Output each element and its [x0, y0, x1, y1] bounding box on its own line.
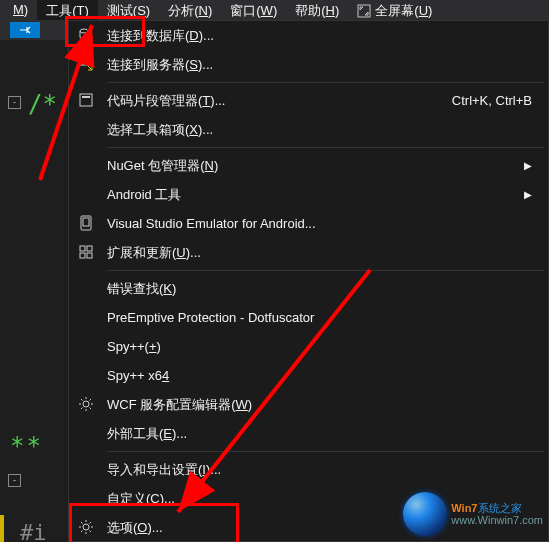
svg-point-13	[83, 524, 89, 530]
snippet-icon	[77, 91, 95, 109]
menu-dotfuscator[interactable]: PreEmptive Protection - Dotfuscator	[69, 303, 548, 332]
editor-gutter: - /* ** - #i	[0, 40, 68, 542]
toolbar	[0, 20, 68, 40]
svg-point-1	[80, 29, 88, 33]
menu-spypp[interactable]: Spy++(+)	[69, 332, 548, 361]
menu-separator	[107, 147, 544, 148]
fold-toggle[interactable]: -	[8, 474, 21, 487]
windows-orb-icon	[403, 492, 447, 536]
menu-spypp-x64[interactable]: Spy++ x64	[69, 361, 548, 390]
svg-rect-8	[80, 246, 85, 251]
svg-rect-0	[358, 5, 370, 17]
menu-external-tools[interactable]: 外部工具(E)...	[69, 419, 548, 448]
watermark: Win7系统之家 www.Winwin7.com	[403, 492, 543, 536]
menu-team[interactable]: M)	[4, 0, 37, 21]
svg-rect-7	[83, 218, 89, 226]
tools-dropdown: 连接到数据库(D)... 连接到服务器(S)... 代码片段管理器(T)... …	[68, 20, 549, 542]
server-connect-icon	[77, 55, 95, 73]
menu-separator	[107, 82, 544, 83]
shortcut-label: Ctrl+K, Ctrl+B	[452, 93, 532, 108]
gear-icon	[77, 518, 95, 536]
submenu-arrow-icon: ▶	[524, 189, 532, 200]
svg-rect-3	[80, 62, 88, 65]
db-connect-icon	[77, 26, 95, 44]
menubar: M) 工具(T) 测试(S) 分析(N) 窗口(W) 帮助(H) 全屏幕(U)	[0, 0, 549, 21]
submenu-arrow-icon: ▶	[524, 160, 532, 171]
svg-rect-9	[87, 246, 92, 251]
menu-error-lookup[interactable]: 错误查找(K)	[69, 274, 548, 303]
change-marker	[0, 515, 4, 542]
menu-nuget[interactable]: NuGet 包管理器(N) ▶	[69, 151, 548, 180]
menu-connect-server[interactable]: 连接到服务器(S)...	[69, 50, 548, 79]
editor-text: **	[10, 432, 43, 460]
menu-android-emulator[interactable]: Visual Studio Emulator for Android...	[69, 209, 548, 238]
gear-icon	[77, 395, 95, 413]
editor-text: /*	[28, 90, 57, 118]
fold-toggle[interactable]: -	[8, 96, 21, 109]
menu-separator	[107, 270, 544, 271]
menu-extensions[interactable]: 扩展和更新(U)...	[69, 238, 548, 267]
pin-icon	[18, 24, 32, 36]
menu-separator	[107, 451, 544, 452]
pin-button[interactable]	[10, 22, 40, 38]
extensions-icon	[77, 243, 95, 261]
svg-rect-4	[80, 94, 92, 106]
menu-import-export[interactable]: 导入和导出设置(I)...	[69, 455, 548, 484]
svg-point-12	[83, 401, 89, 407]
svg-rect-5	[82, 96, 90, 98]
fullscreen-icon	[357, 4, 371, 18]
menu-choose-toolbox[interactable]: 选择工具箱项(X)...	[69, 115, 548, 144]
svg-rect-11	[87, 253, 92, 258]
menu-wcf-config[interactable]: WCF 服务配置编辑器(W)	[69, 390, 548, 419]
editor-text: #i	[20, 520, 47, 542]
svg-rect-2	[80, 58, 88, 61]
menu-connect-database[interactable]: 连接到数据库(D)...	[69, 21, 548, 50]
svg-rect-10	[80, 253, 85, 258]
menu-snippet-manager[interactable]: 代码片段管理器(T)... Ctrl+K, Ctrl+B	[69, 86, 548, 115]
emulator-icon	[77, 214, 95, 232]
menu-android-tools[interactable]: Android 工具 ▶	[69, 180, 548, 209]
